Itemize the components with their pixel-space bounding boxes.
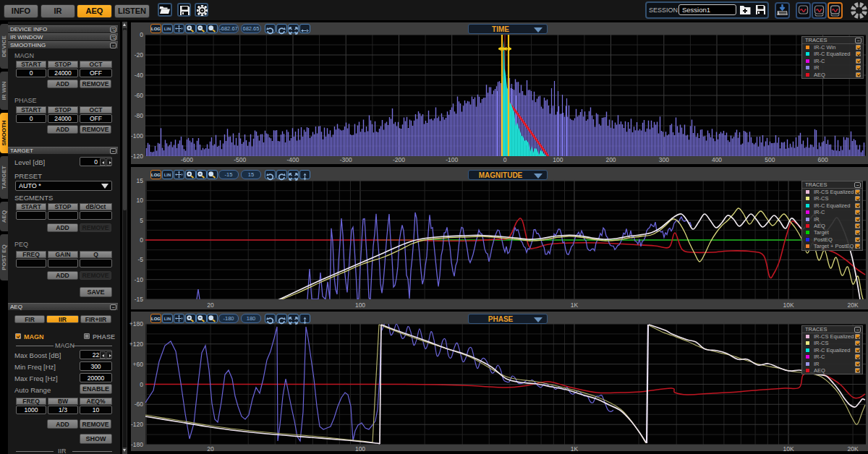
svg-text:500: 500: [765, 156, 775, 163]
svg-text:-60: -60: [135, 401, 144, 408]
svg-text:100: 100: [355, 445, 365, 453]
svg-text:100: 100: [553, 156, 563, 163]
svg-text:-180: -180: [131, 441, 143, 448]
svg-text:0: 0: [140, 31, 143, 38]
svg-text:-400: -400: [286, 156, 299, 163]
svg-text:-200: -200: [393, 156, 405, 163]
svg-text:-120: -120: [131, 421, 143, 428]
svg-text:-80: -80: [135, 112, 144, 119]
svg-text:10K: 10K: [783, 445, 793, 453]
svg-text:200: 200: [605, 156, 616, 163]
svg-text:-100: -100: [446, 156, 458, 163]
svg-text:0: 0: [140, 381, 143, 388]
svg-text:10K: 10K: [783, 301, 793, 309]
svg-text:20K: 20K: [848, 301, 859, 309]
svg-text:-10: -10: [135, 276, 144, 283]
svg-text:+120: +120: [129, 340, 143, 348]
svg-text:-300: -300: [340, 156, 352, 163]
svg-text:10: 10: [137, 197, 144, 204]
svg-text:400: 400: [712, 156, 722, 163]
svg-text:-15: -15: [135, 296, 144, 303]
svg-text:-5: -5: [137, 256, 143, 263]
svg-text:-60: -60: [135, 92, 144, 99]
svg-text:20: 20: [207, 301, 214, 309]
svg-text:5: 5: [140, 217, 143, 224]
svg-text:-600: -600: [181, 156, 193, 163]
svg-text:0: 0: [140, 236, 143, 244]
svg-text:600: 600: [818, 156, 828, 163]
svg-text:-120: -120: [131, 153, 143, 160]
svg-text:100: 100: [355, 301, 365, 309]
svg-text:+60: +60: [133, 361, 144, 368]
svg-text:-100: -100: [131, 132, 143, 140]
svg-text:+180: +180: [129, 320, 143, 327]
svg-text:0: 0: [503, 156, 507, 163]
svg-text:15: 15: [137, 177, 144, 184]
svg-text:1K: 1K: [571, 445, 579, 453]
svg-text:300: 300: [659, 156, 669, 163]
svg-text:1K: 1K: [571, 301, 579, 309]
svg-text:-20: -20: [135, 51, 144, 59]
svg-text:-500: -500: [234, 156, 246, 163]
svg-text:20K: 20K: [848, 445, 859, 453]
svg-text:20: 20: [207, 445, 214, 453]
svg-text:-40: -40: [135, 72, 144, 79]
